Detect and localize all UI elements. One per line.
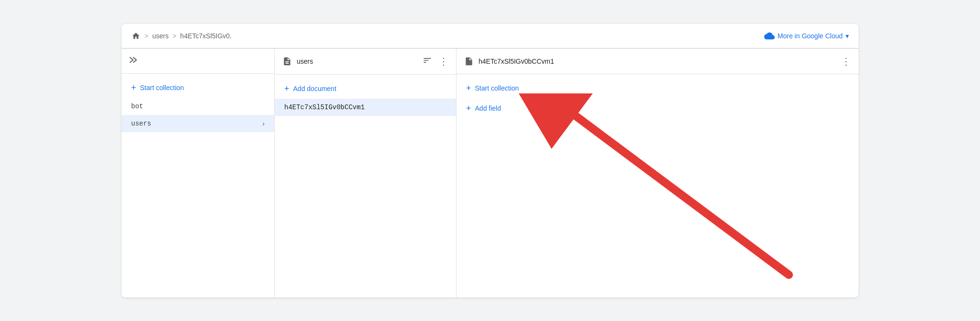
svg-line-1 <box>576 116 789 275</box>
document-item[interactable]: h4ETc7xSl5IGv0bCCvm1 <box>275 99 456 116</box>
plus-icon-field: + <box>466 104 471 113</box>
filter-icon[interactable] <box>423 56 432 68</box>
start-collection-button-col1[interactable]: + Start collection <box>122 78 274 98</box>
add-document-label: Add document <box>293 85 336 92</box>
more-options-icon-col2[interactable]: ⋮ <box>439 56 448 67</box>
chevron-down-icon: ▾ <box>846 32 849 40</box>
document-icon <box>282 57 292 66</box>
col2-actions: ⋮ <box>423 56 448 68</box>
columns-area: + Start collection bot users › <box>122 48 858 298</box>
add-field-label: Add field <box>475 104 501 112</box>
plus-icon-col2: + <box>284 84 290 93</box>
fields-column: h4ETc7xSl5IGv0bCCvm1 ⋮ + Start collectio… <box>457 49 858 298</box>
col2-title: users <box>297 57 418 65</box>
col3-body: + Start collection + Add field <box>457 74 858 298</box>
red-arrow-annotation <box>457 93 858 298</box>
col2-header: users ⋮ <box>275 49 456 75</box>
cloud-icon <box>764 31 775 41</box>
google-cloud-label: More in Google Cloud <box>778 32 843 40</box>
google-cloud-link[interactable]: More in Google Cloud ▾ <box>764 31 849 41</box>
col3-header: h4ETc7xSl5IGv0bCCvm1 ⋮ <box>457 49 858 74</box>
breadcrumb-sep-1: > <box>145 32 148 40</box>
col1-header <box>122 49 274 74</box>
more-options-icon-col3[interactable]: ⋮ <box>841 56 851 67</box>
start-collection-button-col3[interactable]: + Start collection <box>457 78 858 98</box>
red-arrow-svg <box>457 93 858 298</box>
collection-users-text: users <box>131 120 151 127</box>
breadcrumb-users[interactable]: users <box>152 32 168 40</box>
start-collection-label-col3: Start collection <box>475 84 519 92</box>
col3-title: h4ETc7xSl5IGv0bCCvm1 <box>479 57 836 65</box>
firestore-panel: > users > h4ETc7xSl5IGv0. More in Google… <box>122 24 858 298</box>
stacked-chevrons-icon <box>129 56 140 66</box>
document-id-text: h4ETc7xSl5IGv0bCCvm1 <box>284 103 365 111</box>
start-collection-label: Start collection <box>140 84 184 92</box>
breadcrumb-sep-2: > <box>172 32 176 40</box>
collection-item-bot[interactable]: bot <box>122 98 274 115</box>
documents-column: users ⋮ + Add document h4ETc7xSl5IGv0b <box>275 49 457 298</box>
doc-fields-icon <box>464 57 474 66</box>
col3-actions: ⋮ <box>841 56 851 67</box>
add-document-button[interactable]: + Add document <box>275 79 456 99</box>
col2-body: + Add document h4ETc7xSl5IGv0bCCvm1 <box>275 75 456 298</box>
plus-icon: + <box>131 83 136 92</box>
breadcrumb-bar: > users > h4ETc7xSl5IGv0. More in Google… <box>122 24 858 48</box>
collection-item-users[interactable]: users › <box>122 115 274 132</box>
col1-body: + Start collection bot users › <box>122 74 274 298</box>
chevron-right-icon: › <box>262 120 265 127</box>
collections-column: + Start collection bot users › <box>122 49 275 298</box>
collection-bot-text: bot <box>131 103 143 110</box>
home-icon[interactable] <box>131 31 141 41</box>
breadcrumb-doc-id: h4ETc7xSl5IGv0. <box>180 32 232 40</box>
plus-icon-col3: + <box>466 84 471 92</box>
breadcrumb: > users > h4ETc7xSl5IGv0. <box>131 31 232 41</box>
add-field-button[interactable]: + Add field <box>457 98 858 118</box>
